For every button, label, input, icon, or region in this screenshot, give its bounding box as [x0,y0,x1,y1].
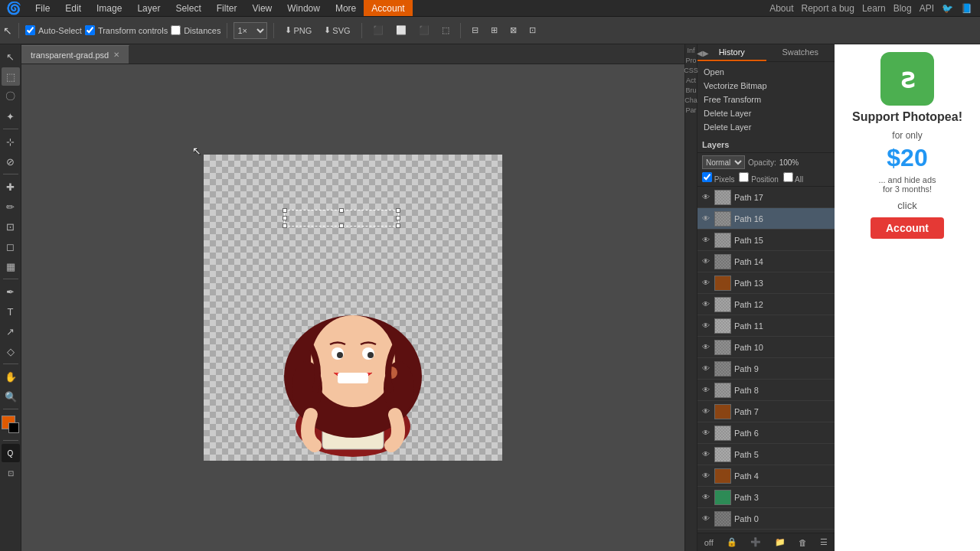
screen-mode-icon[interactable]: ⊡ [2,464,20,482]
canvas-image[interactable] [204,155,502,461]
layer-visibility-btn[interactable]: 👁 [701,364,711,374]
menu-file[interactable]: File [28,0,57,16]
flip-btn[interactable]: ⊠ [505,20,521,41]
transform-btn[interactable]: ⊡ [524,20,541,41]
mini-bru[interactable]: Bru [685,86,696,95]
link-learn[interactable]: Learn [862,3,886,14]
file-tab[interactable]: transparent-grad.psd ✕ [21,45,129,64]
all-check[interactable]: All [783,172,803,184]
layer-visibility-btn[interactable]: 👁 [701,192,711,203]
arrange-btn[interactable]: ⊞ [486,20,502,41]
lasso-tool[interactable]: 〇 [2,87,20,106]
twitter-icon[interactable]: 🐦 [942,3,953,14]
layer-item[interactable]: 👁 Path 0 [697,508,835,530]
layer-item[interactable]: 👁 Path 12 [697,294,835,315]
heal-tool[interactable]: ✚ [2,178,20,196]
layers-list[interactable]: 👁 Path 17 👁 Path 16 👁 Path 15 [697,187,835,533]
tab-close-btn[interactable]: ✕ [113,51,119,59]
layer-visibility-btn[interactable]: 👁 [701,214,711,224]
history-item[interactable]: Free Transform [697,93,835,106]
tab-swatches[interactable]: Swatches [766,44,835,61]
layer-item[interactable]: 👁 Path 8 [697,380,835,401]
auto-select-input[interactable] [25,25,35,35]
menu-filter[interactable]: Filter [209,0,245,16]
mini-pro[interactable]: Pro [685,56,696,65]
layer-visibility-btn[interactable]: 👁 [701,428,711,439]
layer-visibility-btn[interactable]: 👁 [701,278,711,289]
zoom-select[interactable]: 1× 2× 0.5× [234,22,267,39]
distribute-btn[interactable]: ⊟ [467,20,483,41]
mask-icon[interactable]: Q [2,444,20,462]
layer-item[interactable]: 👁 Path 6 [697,422,835,444]
mini-cha[interactable]: Cha [684,96,697,105]
layer-item[interactable]: 👁 Path 3 [697,487,835,508]
layer-item[interactable]: 👁 Path 11 [697,315,835,337]
align-top-btn[interactable]: ⬚ [437,20,454,41]
layer-visibility-btn[interactable]: 👁 [701,321,711,331]
shape-tool[interactable]: ◇ [2,342,20,360]
text-tool[interactable]: T [2,302,20,321]
layer-visibility-btn[interactable]: 👁 [701,235,711,246]
layer-item[interactable]: 👁 Path 5 [697,444,835,465]
mini-par[interactable]: Par [685,106,696,115]
transform-controls-input[interactable] [85,25,95,35]
transform-controls-checkbox[interactable]: Transform controls [85,25,168,35]
zoom-tool[interactable]: 🔍 [2,387,20,406]
layer-item[interactable]: 👁 Path 16 [697,208,835,230]
link-api[interactable]: API [920,3,934,14]
bg-color-swatch[interactable] [8,422,19,433]
magic-wand-tool[interactable]: ✦ [2,107,20,126]
brush-tool[interactable]: ✏ [2,197,20,216]
mini-act[interactable]: Act [686,76,696,85]
crop-tool[interactable]: ⊹ [2,132,20,151]
menu-more[interactable]: More [328,0,364,16]
menu-image[interactable]: Image [89,0,129,16]
delete-layer-btn[interactable]: 🗑 [795,538,810,547]
menu-layer[interactable]: Layer [129,0,168,16]
layer-item[interactable]: 👁 Path 15 [697,230,835,251]
layer-visibility-btn[interactable]: 👁 [701,342,711,353]
layer-visibility-btn[interactable]: 👁 [701,299,711,310]
menu-view[interactable]: View [244,0,279,16]
mini-inf[interactable]: Inf [687,46,694,55]
move-tool[interactable]: ↖ [2,47,20,66]
history-item[interactable]: Vectorize Bitmap [697,79,835,93]
canvas-area[interactable]: transparent-grad.psd ✕ [21,44,684,551]
adjust-layer-btn[interactable]: ☰ [817,537,831,547]
gradient-tool[interactable]: ▦ [2,257,20,276]
stamp-tool[interactable]: ⊡ [2,217,20,236]
mini-css[interactable]: CSS [684,66,698,75]
fg-color-swatch[interactable] [2,416,15,429]
layer-item[interactable]: 👁 Path 14 [697,251,835,272]
layer-visibility-btn[interactable]: 👁 [701,406,711,417]
foreground-color[interactable] [2,416,20,434]
align-left-btn[interactable]: ⬛ [368,20,388,41]
align-center-btn[interactable]: ⬜ [391,20,411,41]
align-right-btn[interactable]: ⬛ [414,20,434,41]
layer-visibility-btn[interactable]: 👁 [701,514,711,524]
link-about[interactable]: About [769,3,793,14]
menu-account[interactable]: Account [364,0,412,16]
layer-opacity-btn[interactable]: off [701,538,717,547]
layer-item[interactable]: 👁 Path 10 [697,337,835,358]
distances-checkbox[interactable]: Distances [171,25,220,35]
menu-select[interactable]: Select [168,0,208,16]
facebook-icon[interactable]: 📘 [961,3,972,14]
history-item[interactable]: Delete Layer [697,120,835,134]
layer-item[interactable]: 👁 Path 13 [697,272,835,294]
path-tool[interactable]: ↗ [2,322,20,341]
eraser-tool[interactable]: ◻ [2,237,20,256]
layer-item[interactable]: 👁 Path 4 [697,465,835,487]
export-png-btn[interactable]: ⬇ PNG [280,20,316,41]
export-svg-btn[interactable]: ⬇ SVG [319,20,354,41]
menu-edit[interactable]: Edit [57,0,89,16]
link-blog[interactable]: Blog [893,3,912,14]
layer-visibility-btn[interactable]: 👁 [701,449,711,460]
layer-visibility-btn[interactable]: 👁 [701,385,711,396]
layer-item[interactable]: 👁 Path 7 [697,401,835,422]
group-layer-btn[interactable]: 📁 [772,537,789,547]
ad-account-btn[interactable]: Account [871,217,944,239]
layer-item[interactable]: 👁 Path 17 [697,187,835,208]
collapse-panel-btn[interactable]: ◀▶ [697,44,709,61]
hand-tool[interactable]: ✋ [2,367,20,386]
